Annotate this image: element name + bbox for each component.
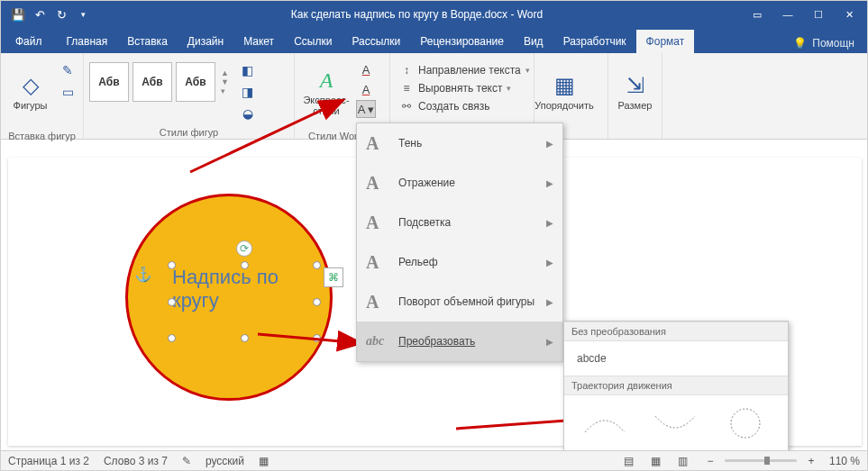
path-circle[interactable] (714, 403, 777, 444)
transform-icon: abc (366, 334, 388, 349)
arrange-label: Упорядочить (535, 100, 593, 111)
tab-layout[interactable]: Макет (233, 30, 284, 53)
anchor-icon: ⚓ (134, 266, 152, 283)
zoom-in-icon[interactable]: + (802, 455, 820, 467)
text-outline-icon[interactable]: A (356, 80, 376, 98)
text-box[interactable]: ⟳ Надпись по кругу (172, 266, 316, 338)
resize-handle[interactable] (241, 334, 249, 342)
text-effects-menu: AТень▶ AОтражение▶ AПодсветка▶ AРельеф▶ … (356, 122, 563, 362)
zoom-out-icon[interactable]: − (701, 455, 719, 467)
arrange-icon: ▦ (554, 73, 575, 98)
transform-gallery: Без преобразования abcde Траектория движ… (563, 321, 789, 471)
shape-outline-icon[interactable]: ◨ (238, 82, 258, 102)
size-button[interactable]: ⇲ Размер (614, 57, 656, 127)
macro-icon[interactable]: ▦ (259, 455, 269, 467)
tab-insert[interactable]: Вставка (117, 30, 178, 53)
menu-shadow[interactable]: AТень▶ (357, 123, 562, 163)
resize-handle[interactable] (168, 334, 176, 342)
link-icon: ⚯ (399, 100, 414, 113)
web-layout-icon[interactable]: ▥ (674, 455, 692, 467)
resize-handle[interactable] (168, 298, 176, 306)
shape-style-2[interactable]: Абв (132, 62, 172, 102)
style-gallery-down-icon[interactable]: ▼ (221, 77, 229, 86)
quick-styles-label: Экспресс- стили (303, 95, 349, 116)
text-box-icon[interactable]: ▭ (58, 82, 78, 102)
chevron-right-icon: ▶ (546, 258, 553, 267)
resize-handle[interactable] (168, 261, 176, 269)
bulb-icon: 💡 (793, 37, 807, 50)
tell-me-label: Помощн (812, 37, 854, 50)
align-text-label: Выровнять текст (418, 82, 502, 95)
style-gallery-more-icon[interactable]: ▾ (221, 86, 229, 95)
shapes-label: Фигуры (14, 100, 48, 111)
chevron-right-icon: ▶ (546, 178, 553, 188)
tab-file[interactable]: Файл (1, 30, 57, 53)
tab-design[interactable]: Дизайн (178, 30, 233, 53)
redo-icon[interactable]: ↻ (53, 6, 69, 23)
title-bar: 💾 ↶ ↻ ▾ Как сделать надпись по кругу в В… (1, 1, 867, 28)
zoom-track[interactable] (725, 459, 797, 462)
tab-review[interactable]: Рецензирование (410, 30, 514, 53)
shape-effects-icon[interactable]: ◒ (238, 104, 258, 123)
menu-glow[interactable]: AПодсветка▶ (357, 203, 562, 242)
spellcheck-icon[interactable]: ✎ (182, 455, 191, 467)
tab-mailings[interactable]: Рассылки (342, 30, 410, 53)
menu-3d-rotation[interactable]: AПоворот объемной фигуры▶ (357, 282, 562, 322)
resize-handle[interactable] (313, 298, 321, 306)
path-arch-down[interactable] (644, 403, 707, 444)
rotation-icon: A (366, 292, 388, 312)
menu-bevel[interactable]: AРельеф▶ (357, 242, 562, 282)
transform-none[interactable]: abcde (564, 341, 788, 376)
layout-options-icon[interactable]: ⌘ (324, 267, 343, 287)
zoom-level[interactable]: 110 % (829, 455, 860, 467)
tab-home[interactable]: Главная (57, 30, 118, 53)
tab-format[interactable]: Формат (636, 30, 695, 53)
align-text-icon: ≡ (399, 82, 414, 95)
maximize-icon[interactable]: ☐ (804, 1, 833, 28)
resize-handle[interactable] (313, 334, 321, 342)
shape-style-3[interactable]: Абв (176, 62, 215, 102)
tell-me[interactable]: 💡 Помощн (781, 37, 867, 53)
zoom-slider[interactable]: − + (701, 455, 820, 467)
save-icon[interactable]: 💾 (10, 6, 26, 23)
text-fill-icon[interactable]: A (356, 60, 376, 78)
qat-dropdown-icon[interactable]: ▾ (75, 6, 91, 23)
text-effects-icon[interactable]: A ▾ (356, 100, 376, 118)
close-icon[interactable]: ✕ (835, 1, 863, 28)
minimize-icon[interactable]: — (773, 1, 802, 28)
resize-handle[interactable] (313, 261, 321, 269)
rotate-handle-icon[interactable]: ⟳ (236, 240, 252, 257)
resize-handle[interactable] (241, 261, 249, 269)
shape-style-1[interactable]: Абв (89, 62, 129, 102)
undo-icon[interactable]: ↶ (32, 6, 48, 23)
shadow-icon: A (366, 133, 388, 154)
status-words[interactable]: Слово 3 из 7 (104, 455, 168, 467)
read-mode-icon[interactable]: ▤ (620, 455, 638, 467)
reflection-icon: A (366, 173, 388, 194)
create-link-button[interactable]: ⚯Создать связь (396, 98, 534, 114)
ribbon-tabs: Файл Главная Вставка Дизайн Макет Ссылки… (1, 28, 867, 53)
shape-fill-icon[interactable]: ◧ (238, 60, 258, 80)
status-page[interactable]: Страница 1 из 2 (8, 455, 89, 467)
print-layout-icon[interactable]: ▦ (647, 455, 665, 467)
ribbon-display-icon[interactable]: ▭ (743, 1, 772, 28)
svg-point-6 (731, 409, 760, 438)
text-box-content[interactable]: Надпись по кругу (172, 266, 316, 313)
status-language[interactable]: русский (206, 455, 244, 467)
shapes-button[interactable]: ◇ Фигуры (6, 57, 54, 127)
zoom-thumb[interactable] (764, 457, 770, 465)
path-arch-up[interactable] (573, 403, 636, 444)
quick-styles-icon: A (320, 68, 333, 93)
edit-shape-icon[interactable]: ✎ (58, 60, 78, 80)
arrange-button[interactable]: ▦ Упорядочить (540, 57, 589, 127)
menu-reflection[interactable]: AОтражение▶ (357, 163, 562, 203)
window-title: Как сделать надпись по кругу в Ворде.doc… (91, 8, 743, 21)
text-direction-button[interactable]: ↕Направление текста▾ (396, 62, 534, 78)
tab-developer[interactable]: Разработчик (553, 30, 636, 53)
quick-styles-button[interactable]: A Экспресс- стили (300, 57, 352, 127)
align-text-button[interactable]: ≡Выровнять текст▾ (396, 80, 534, 96)
tab-references[interactable]: Ссылки (284, 30, 342, 53)
menu-transform[interactable]: abcПреобразовать▶ (357, 322, 562, 361)
tab-view[interactable]: Вид (514, 30, 553, 53)
style-gallery-up-icon[interactable]: ▲ (221, 68, 229, 77)
